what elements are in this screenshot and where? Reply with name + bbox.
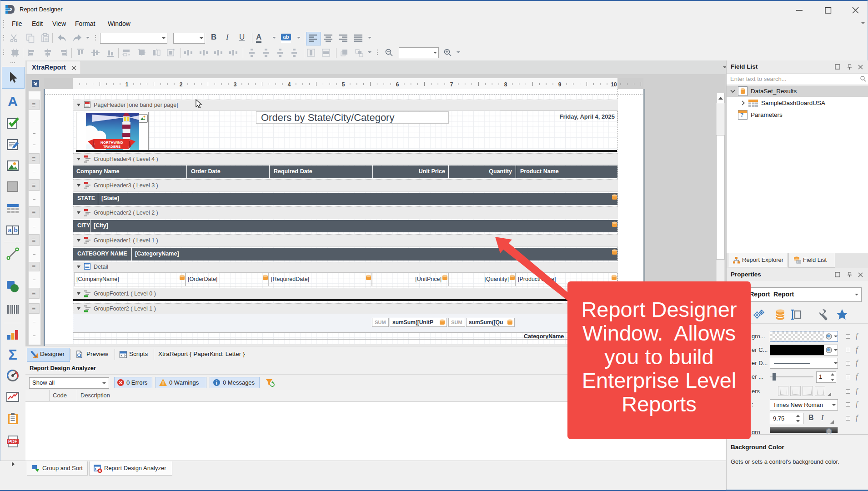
svg-text:b: b bbox=[14, 226, 18, 234]
svg-text:4: 4 bbox=[288, 81, 291, 88]
svg-text:PDF: PDF bbox=[8, 439, 17, 444]
svg-text:7: 7 bbox=[450, 81, 453, 88]
svg-text:TRADERS: TRADERS bbox=[103, 145, 121, 149]
svg-text:A: A bbox=[8, 95, 18, 108]
svg-text:8: 8 bbox=[504, 81, 507, 88]
svg-text:a: a bbox=[8, 226, 12, 234]
svg-text:9: 9 bbox=[558, 81, 562, 88]
svg-text:3: 3 bbox=[234, 81, 237, 88]
svg-text:2: 2 bbox=[180, 81, 183, 88]
svg-text:Σ: Σ bbox=[8, 348, 17, 361]
svg-text:1: 1 bbox=[125, 81, 129, 88]
svg-text:10: 10 bbox=[611, 81, 617, 88]
svg-text:5: 5 bbox=[342, 81, 345, 88]
svg-text:6: 6 bbox=[396, 81, 399, 88]
svg-text:NORTHWIND: NORTHWIND bbox=[100, 140, 123, 145]
